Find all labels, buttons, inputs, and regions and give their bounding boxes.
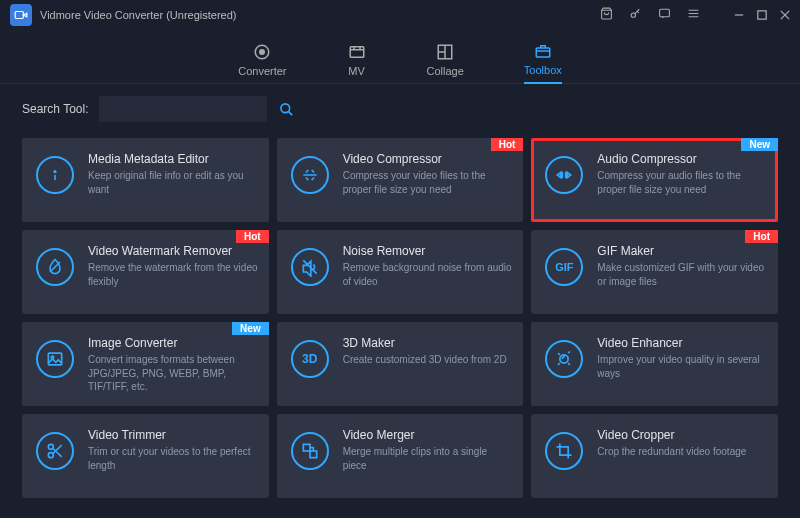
svg-point-9 [281,103,290,112]
three-d-icon: 3D [291,340,329,378]
tab-collage[interactable]: Collage [427,43,464,83]
tab-toolbox[interactable]: Toolbox [524,42,562,84]
image-icon [36,340,74,378]
tab-converter[interactable]: Converter [238,43,286,83]
maximize-icon[interactable] [757,8,767,23]
tool-3d-maker[interactable]: 3D 3D Maker Create customized 3D video f… [277,322,524,406]
tool-video-compressor[interactable]: Hot Video Compressor Compress your video… [277,138,524,222]
tool-media-metadata[interactable]: Media Metadata Editor Keep original file… [22,138,269,222]
tab-label: Collage [427,65,464,77]
key-icon[interactable] [629,7,642,23]
hot-badge: Hot [745,230,778,243]
tool-gif-maker[interactable]: Hot GIF GIF Maker Make customized GIF wi… [531,230,778,314]
tool-title: 3D Maker [343,336,514,350]
tool-video-enhancer[interactable]: Video Enhancer Improve your video qualit… [531,322,778,406]
tool-title: Video Watermark Remover [88,244,259,258]
hot-badge: Hot [236,230,269,243]
tool-title: Image Converter [88,336,259,350]
scissors-icon [36,432,74,470]
tool-desc: Merge multiple clips into a single piece [343,445,514,472]
tool-desc: Create customized 3D video from 2D [343,353,514,367]
svg-rect-17 [310,451,317,458]
tool-title: Video Trimmer [88,428,259,442]
svg-point-14 [48,444,53,449]
tool-desc: Compress your video files to the proper … [343,169,514,196]
svg-point-15 [48,453,53,458]
minimize-icon[interactable] [734,8,744,23]
tool-title: Noise Remover [343,244,514,258]
svg-point-5 [260,50,265,55]
tool-desc: Keep original file info or edit as you w… [88,169,259,196]
crop-icon [545,432,583,470]
top-nav: Converter MV Collage Toolbox [0,30,800,84]
tool-watermark-remover[interactable]: Hot Video Watermark Remover Remove the w… [22,230,269,314]
enhancer-icon [545,340,583,378]
tab-label: Toolbox [524,64,562,76]
app-title: Vidmore Video Converter (Unregistered) [40,9,600,21]
menu-icon[interactable] [687,7,700,23]
new-badge: New [741,138,778,151]
svg-rect-8 [536,48,550,57]
tool-title: Video Cropper [597,428,768,442]
info-icon [36,156,74,194]
search-bar: Search Tool: [0,84,800,122]
cart-icon[interactable] [600,7,613,23]
svg-rect-6 [350,47,364,58]
tool-title: Video Merger [343,428,514,442]
tool-desc: Convert images formats between JPG/JPEG,… [88,353,259,394]
tools-grid: Media Metadata Editor Keep original file… [0,122,800,514]
tool-desc: Remove background noise from audio of vi… [343,261,514,288]
gif-icon: GIF [545,248,583,286]
tool-title: Video Compressor [343,152,514,166]
tool-desc: Trim or cut your videos to the perfect l… [88,445,259,472]
tool-video-merger[interactable]: Video Merger Merge multiple clips into a… [277,414,524,498]
tool-title: GIF Maker [597,244,768,258]
titlebar: Vidmore Video Converter (Unregistered) [0,0,800,30]
hot-badge: Hot [491,138,524,151]
watermark-icon [36,248,74,286]
svg-point-10 [54,171,56,173]
tool-video-cropper[interactable]: Video Cropper Crop the redundant video f… [531,414,778,498]
new-badge: New [232,322,269,335]
tool-audio-compressor[interactable]: New Audio Compressor Compress your audio… [531,138,778,222]
svg-point-1 [631,13,635,17]
search-icon[interactable] [277,96,297,122]
search-label: Search Tool: [22,102,89,116]
compress-icon [291,156,329,194]
app-logo-icon [10,4,32,26]
tool-title: Video Enhancer [597,336,768,350]
audio-compress-icon [545,156,583,194]
tool-desc: Remove the watermark from the video flex… [88,261,259,288]
tool-desc: Make customized GIF with your video or i… [597,261,768,288]
tab-label: Converter [238,65,286,77]
tool-desc: Crop the redundant video footage [597,445,768,459]
tool-noise-remover[interactable]: Noise Remover Remove background noise fr… [277,230,524,314]
tool-video-trimmer[interactable]: Video Trimmer Trim or cut your videos to… [22,414,269,498]
svg-rect-16 [303,444,310,451]
merge-icon [291,432,329,470]
tool-desc: Improve your video quality in several wa… [597,353,768,380]
tab-label: MV [348,65,365,77]
noise-icon [291,248,329,286]
tab-mv[interactable]: MV [347,43,367,83]
feedback-icon[interactable] [658,7,671,23]
titlebar-actions [600,7,790,23]
svg-rect-11 [48,353,61,365]
tool-desc: Compress your audio files to the proper … [597,169,768,196]
tool-image-converter[interactable]: New Image Converter Convert images forma… [22,322,269,406]
tool-title: Audio Compressor [597,152,768,166]
svg-rect-3 [758,10,766,18]
tool-title: Media Metadata Editor [88,152,259,166]
close-icon[interactable] [780,8,790,23]
search-input[interactable] [99,96,267,122]
